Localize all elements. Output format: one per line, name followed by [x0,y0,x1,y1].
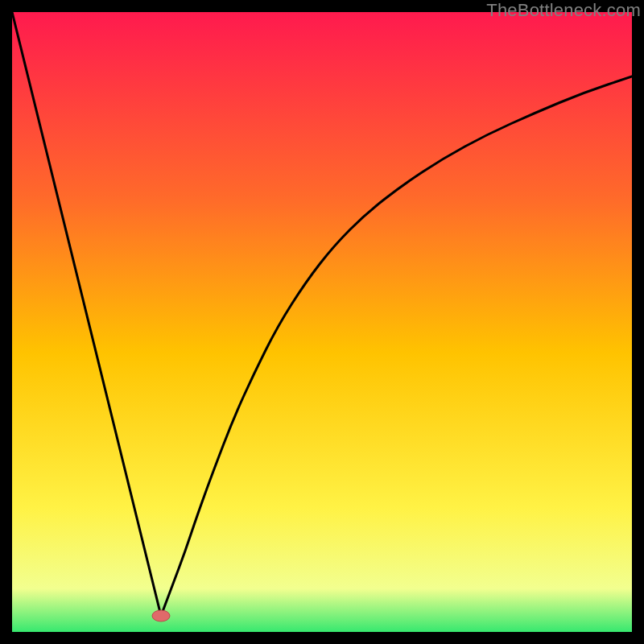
bottleneck-plot [12,12,632,632]
watermark-text: TheBottleneck.com [486,0,641,21]
minimum-marker [152,610,170,621]
gradient-background [12,12,632,632]
